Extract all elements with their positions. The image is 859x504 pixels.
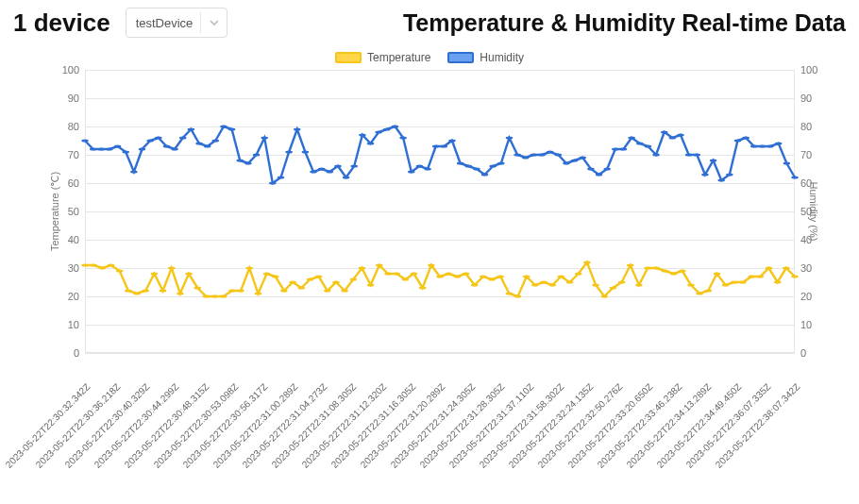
data-point <box>278 176 285 179</box>
data-point <box>441 145 448 148</box>
data-point <box>464 165 472 168</box>
data-point <box>350 278 358 281</box>
data-point <box>416 165 424 168</box>
data-point <box>220 126 227 128</box>
data-point <box>168 267 176 270</box>
data-point <box>367 284 375 287</box>
data-point <box>90 264 97 267</box>
data-point <box>547 151 554 154</box>
data-point <box>106 148 113 151</box>
y-tick-right: 70 <box>800 149 825 160</box>
x-axis-labels: 2023-05-22T22:30:32.342Z2023-05-22T22:30… <box>85 381 795 504</box>
y-tick-left: 30 <box>57 262 79 274</box>
data-point <box>269 182 277 185</box>
y-tick-right: 100 <box>800 64 825 76</box>
data-point <box>98 148 106 151</box>
data-point <box>211 295 219 298</box>
data-point <box>775 143 783 145</box>
data-point <box>514 154 521 157</box>
data-point <box>734 140 742 143</box>
data-point <box>759 145 766 148</box>
data-point <box>603 168 611 171</box>
data-point <box>731 281 738 284</box>
data-point <box>563 162 570 165</box>
data-point <box>341 290 348 293</box>
y-tick-right: 0 <box>800 347 825 359</box>
legend-item-temperature[interactable]: Temperature <box>335 51 430 64</box>
data-point <box>497 276 504 278</box>
y-tick-right: 80 <box>800 121 825 132</box>
data-point <box>506 137 514 140</box>
data-point <box>177 293 184 295</box>
data-point <box>383 128 391 131</box>
header: 1 device testDevice Temperature & Humidi… <box>0 0 859 38</box>
data-point <box>722 284 730 287</box>
data-point <box>237 290 244 293</box>
data-point <box>315 276 323 278</box>
data-point <box>185 273 193 276</box>
device-select[interactable]: testDevice <box>126 8 228 38</box>
data-point <box>710 160 717 162</box>
data-point <box>194 287 201 290</box>
data-point <box>122 151 129 154</box>
data-point <box>432 145 440 148</box>
data-point <box>212 140 220 143</box>
data-point <box>302 151 310 154</box>
data-point <box>618 281 626 284</box>
data-point <box>612 148 619 151</box>
legend-swatch-temperature <box>335 52 362 63</box>
data-point <box>289 281 296 284</box>
data-point <box>448 140 456 143</box>
data-point <box>188 128 195 131</box>
data-point <box>294 128 301 131</box>
data-point <box>114 145 122 148</box>
data-point <box>155 137 162 140</box>
data-point <box>783 162 791 165</box>
data-point <box>705 290 713 293</box>
data-point <box>652 154 660 157</box>
data-point <box>402 278 410 281</box>
data-point <box>359 134 366 137</box>
data-point <box>228 128 236 131</box>
data-point <box>307 278 314 281</box>
data-point <box>454 276 462 278</box>
chevron-down-icon <box>200 12 221 33</box>
data-point <box>334 165 342 168</box>
data-point <box>481 174 489 176</box>
data-point <box>566 281 574 284</box>
data-point <box>571 160 579 162</box>
data-point <box>620 148 628 151</box>
data-point <box>220 295 227 298</box>
data-point <box>419 287 427 290</box>
data-point <box>171 148 178 151</box>
data-point <box>393 273 400 276</box>
data-point <box>367 143 375 145</box>
data-point <box>480 276 487 278</box>
data-point <box>662 270 669 273</box>
data-point <box>531 284 539 287</box>
data-point <box>645 145 652 148</box>
data-point <box>670 273 678 276</box>
data-point <box>261 137 268 140</box>
data-point <box>81 140 89 143</box>
y-tick-right: 30 <box>800 262 825 274</box>
legend-item-humidity[interactable]: Humidity <box>447 51 524 64</box>
data-point <box>600 295 608 298</box>
data-point <box>540 281 547 284</box>
data-point <box>163 145 171 148</box>
data-point <box>81 264 89 267</box>
data-point <box>457 162 464 165</box>
y-tick-left: 70 <box>57 149 79 160</box>
data-point <box>324 290 331 293</box>
data-point <box>742 137 750 140</box>
data-point <box>151 273 159 276</box>
data-point <box>139 148 146 151</box>
data-point <box>428 264 435 267</box>
data-point <box>791 276 799 278</box>
y-tick-left: 50 <box>57 206 79 217</box>
y-tick-right: 90 <box>800 92 825 104</box>
data-point <box>489 165 497 168</box>
data-point <box>298 287 306 290</box>
data-point <box>575 273 582 276</box>
data-point <box>558 276 565 278</box>
